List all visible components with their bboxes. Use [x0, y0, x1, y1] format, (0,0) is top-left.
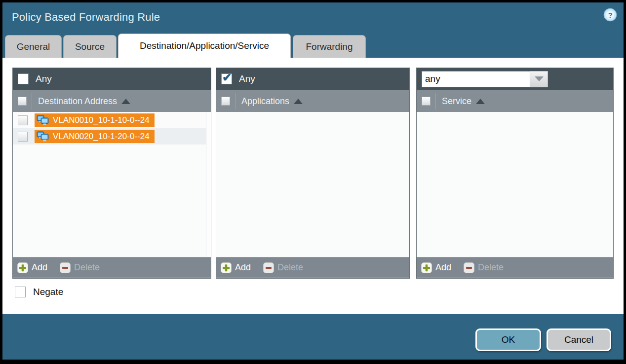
row-checkbox[interactable] [18, 132, 28, 142]
destination-any-label: Any [36, 73, 52, 84]
address-group-icon [37, 114, 49, 126]
plus-icon [421, 262, 432, 273]
tab-destination-application-service[interactable]: Destination/Application/Service [118, 34, 291, 58]
negate-checkbox[interactable] [15, 287, 26, 297]
service-toolbar: Add Delete [417, 257, 613, 278]
add-button-label: Add [235, 262, 251, 273]
delete-button-label: Delete [277, 262, 303, 273]
add-button[interactable]: Add [17, 262, 47, 273]
service-select-all-checkbox[interactable] [422, 97, 430, 106]
negate-label: Negate [33, 287, 63, 297]
service-list [417, 112, 613, 257]
destination-any-row: Any [13, 68, 211, 90]
pbf-rule-dialog: Policy Based Forwarding Rule ? General S… [2, 2, 624, 360]
table-row[interactable]: VLAN0020_10-1-20-0--24 [13, 128, 211, 145]
destination-select-all-checkbox[interactable] [18, 97, 27, 106]
applications-select-all-checkbox[interactable] [221, 97, 230, 106]
destination-column-header[interactable]: Destination Address [13, 90, 211, 112]
applications-toolbar: Add Delete [216, 257, 409, 278]
service-column-label: Service [442, 96, 471, 107]
minus-icon [464, 262, 474, 273]
add-button-label: Add [435, 262, 451, 273]
delete-button[interactable]: Delete [263, 262, 303, 273]
delete-button[interactable]: Delete [60, 262, 100, 273]
add-button-label: Add [32, 262, 47, 273]
dialog-title: Policy Based Forwarding Rule [12, 11, 160, 24]
address-item[interactable]: VLAN0020_10-1-20-0--24 [35, 130, 155, 143]
negate-row: Negate [15, 287, 63, 297]
tab-general[interactable]: General [5, 35, 62, 58]
scrollbar-track[interactable] [206, 112, 211, 257]
sort-ascending-icon [121, 99, 130, 104]
column-divider [32, 93, 32, 109]
applications-column-label: Applications [241, 96, 289, 107]
minus-icon [60, 262, 71, 273]
applications-column-header[interactable]: Applications [216, 90, 409, 112]
destination-column-label: Destination Address [38, 96, 117, 107]
cancel-button[interactable]: Cancel [547, 328, 611, 351]
delete-button[interactable]: Delete [464, 262, 504, 273]
row-checkbox[interactable] [18, 115, 28, 125]
destination-any-checkbox[interactable] [18, 73, 29, 84]
add-button[interactable]: Add [421, 262, 451, 273]
tab-bar: General Source Destination/Application/S… [2, 34, 624, 58]
ok-button[interactable]: OK [475, 328, 541, 351]
applications-panel: Any Applications Add [216, 68, 410, 279]
minus-icon [263, 262, 274, 273]
service-dropdown [422, 71, 548, 87]
add-button[interactable]: Add [221, 262, 251, 273]
sort-ascending-icon [294, 99, 303, 104]
address-item[interactable]: VLAN0010_10-1-10-0--24 [35, 113, 155, 127]
applications-any-label: Any [239, 73, 255, 84]
delete-button-label: Delete [74, 262, 100, 273]
table-row[interactable]: VLAN0010_10-1-10-0--24 [13, 112, 211, 128]
address-item-label: VLAN0010_10-1-10-0--24 [53, 115, 150, 125]
service-column-header[interactable]: Service [417, 90, 613, 112]
service-dropdown-input[interactable] [422, 71, 530, 87]
delete-button-label: Delete [478, 262, 504, 273]
applications-any-checkbox[interactable] [221, 73, 232, 84]
applications-any-row: Any [216, 68, 409, 90]
plus-icon [221, 262, 232, 273]
tab-content: Any Destination Address [2, 58, 624, 314]
tab-forwarding[interactable]: Forwarding [293, 35, 366, 58]
chevron-down-icon [535, 76, 544, 81]
dropdown-arrow-button[interactable] [530, 71, 548, 87]
service-dropdown-row [417, 68, 613, 90]
destination-list: VLAN0010_10-1-10-0--24 [13, 112, 211, 257]
address-group-icon [37, 131, 49, 143]
help-icon[interactable]: ? [603, 8, 617, 22]
destination-address-panel: Any Destination Address [12, 68, 211, 279]
tab-source[interactable]: Source [63, 35, 117, 58]
column-divider [435, 93, 436, 109]
address-item-label: VLAN0020_10-1-20-0--24 [53, 132, 150, 142]
service-panel: Service Add De [416, 68, 614, 279]
svg-text:?: ? [608, 11, 612, 19]
plus-icon [17, 262, 28, 273]
applications-list [216, 112, 409, 257]
destination-toolbar: Add Delete [13, 257, 211, 278]
column-divider [235, 93, 235, 109]
sort-ascending-icon [476, 99, 485, 104]
